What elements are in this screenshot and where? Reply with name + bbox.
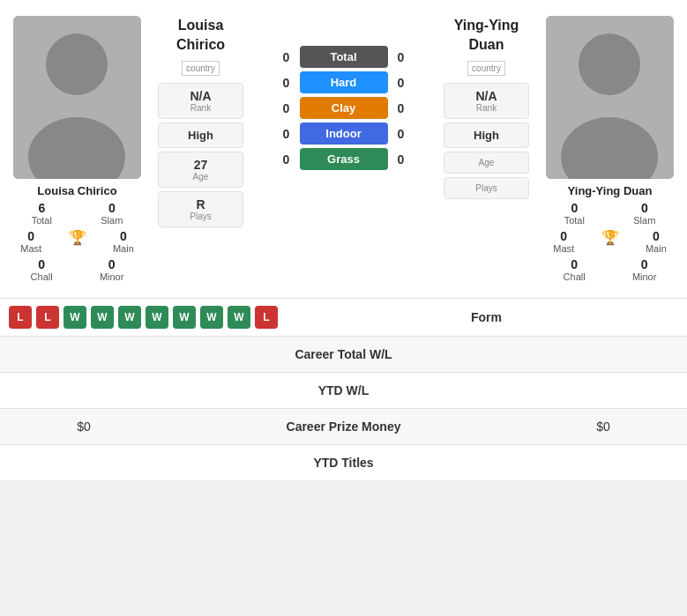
left-player-name-center: Louisa Chirico bbox=[158, 16, 243, 54]
right-player-name-center: Ying-Ying Duan bbox=[444, 16, 529, 54]
surface-row-total: 0Total0 bbox=[273, 46, 414, 68]
player-right-slam: 0 Slam bbox=[633, 201, 655, 226]
surface-score-right-hard: 0 bbox=[388, 76, 414, 90]
right-rank-box: N/A Rank bbox=[444, 83, 529, 119]
player-right-main: 0 Main bbox=[646, 229, 667, 254]
surface-row-indoor: 0Indoor0 bbox=[273, 122, 414, 145]
right-country: country bbox=[467, 61, 505, 76]
main-container: Louisa Chirico 6 Total 0 Slam 0 Mast 🏆 bbox=[0, 0, 687, 480]
player-right: Ying-Ying Duan 0 Total 0 Slam 0 Mast 🏆 bbox=[533, 9, 687, 289]
surface-btn-grass[interactable]: Grass bbox=[300, 148, 388, 170]
left-country: country bbox=[182, 61, 220, 76]
form-badge-5[interactable]: W bbox=[146, 306, 168, 329]
bottom-rows: Career Total W/LYTD W/L$0Career Prize Mo… bbox=[0, 336, 687, 480]
player-left-main: 0 Main bbox=[113, 229, 134, 254]
surface-btn-hard[interactable]: Hard bbox=[300, 71, 388, 93]
player-left-chall: 0 Chall bbox=[31, 257, 53, 282]
info-row-2: $0Career Prize Money$0 bbox=[0, 408, 687, 444]
form-badge-9[interactable]: L bbox=[255, 306, 278, 329]
info-row-label-1: YTD W/L bbox=[154, 383, 533, 397]
info-row-label-0: Career Total W/L bbox=[154, 347, 533, 361]
player-right-stats-row1: 0 Total 0 Slam bbox=[540, 201, 680, 226]
player-right-minor: 0 Minor bbox=[632, 257, 657, 282]
player-left: Louisa Chirico 6 Total 0 Slam 0 Mast 🏆 bbox=[0, 9, 154, 289]
surface-btn-clay[interactable]: Clay bbox=[300, 97, 388, 119]
form-badge-4[interactable]: W bbox=[118, 306, 141, 329]
player-right-stats-row2: 0 Mast 🏆 0 Main bbox=[540, 229, 680, 254]
player-right-chall: 0 Chall bbox=[564, 257, 586, 282]
surface-row-hard: 0Hard0 bbox=[273, 71, 414, 93]
surface-row-clay: 0Clay0 bbox=[273, 97, 414, 119]
form-badge-6[interactable]: W bbox=[173, 306, 196, 329]
form-badge-8[interactable]: W bbox=[228, 306, 250, 329]
surface-score-left-hard: 0 bbox=[273, 76, 300, 90]
svg-point-1 bbox=[46, 33, 108, 95]
surface-score-left-total: 0 bbox=[273, 50, 300, 64]
player-right-stats-row3: 0 Chall 0 Minor bbox=[540, 257, 680, 282]
player-left-minor: 0 Minor bbox=[100, 257, 124, 282]
left-plays-box: R Plays bbox=[158, 191, 243, 227]
surface-score-right-grass: 0 bbox=[388, 152, 414, 167]
surface-score-right-total: 0 bbox=[388, 50, 414, 64]
info-row-3: YTD Titles bbox=[0, 444, 687, 480]
center-column: 0Total00Hard00Clay00Indoor00Grass0 bbox=[247, 9, 440, 289]
player-left-trophy: 🏆 bbox=[69, 229, 86, 254]
surface-btn-indoor[interactable]: Indoor bbox=[300, 122, 388, 145]
form-badge-7[interactable]: W bbox=[200, 306, 223, 329]
info-row-value-right-2: $0 bbox=[533, 419, 674, 434]
left-rank-box: N/A Rank bbox=[158, 83, 243, 119]
surface-row-grass: 0Grass0 bbox=[273, 148, 414, 170]
form-section: LLWWWWWWWL Form bbox=[0, 298, 687, 336]
player-left-stats-row1: 6 Total 0 Slam bbox=[7, 201, 147, 226]
trophy-left-icon: 🏆 bbox=[69, 229, 86, 246]
player-left-mast: 0 Mast bbox=[20, 229, 41, 254]
info-row-value-left-2: $0 bbox=[13, 419, 154, 434]
form-badge-0[interactable]: L bbox=[9, 306, 32, 329]
form-label: Form bbox=[471, 310, 678, 324]
surface-btn-total[interactable]: Total bbox=[300, 46, 388, 68]
surface-score-right-indoor: 0 bbox=[388, 127, 414, 141]
left-high-box: High bbox=[158, 122, 243, 148]
player-left-stats-row2: 0 Mast 🏆 0 Main bbox=[7, 229, 147, 254]
right-age-box: Age bbox=[444, 152, 529, 174]
trophy-right-icon: 🏆 bbox=[601, 229, 619, 246]
info-row-label-3: YTD Titles bbox=[154, 456, 533, 470]
player-right-total: 0 Total bbox=[564, 201, 585, 226]
info-row-1: YTD W/L bbox=[0, 372, 687, 408]
right-high-box: High bbox=[444, 122, 529, 148]
info-row-0: Career Total W/L bbox=[0, 336, 687, 372]
comparison-section: Louisa Chirico 6 Total 0 Slam 0 Mast 🏆 bbox=[0, 0, 687, 298]
surface-score-right-clay: 0 bbox=[388, 101, 414, 115]
surface-score-left-grass: 0 bbox=[273, 152, 300, 167]
form-badges: LLWWWWWWWL bbox=[9, 306, 278, 329]
player-left-total: 6 Total bbox=[32, 201, 52, 226]
player-left-name: Louisa Chirico bbox=[37, 184, 116, 197]
player-right-trophy: 🏆 bbox=[601, 229, 619, 254]
surface-score-left-clay: 0 bbox=[273, 101, 300, 115]
surface-rows: 0Total00Hard00Clay00Indoor00Grass0 bbox=[273, 42, 414, 174]
player-right-name: Ying-Ying Duan bbox=[568, 184, 653, 197]
left-age-box: 27 Age bbox=[158, 152, 243, 188]
form-badge-2[interactable]: W bbox=[63, 306, 86, 329]
middle-right-stats: Ying-Ying Duan country N/A Rank High Age… bbox=[440, 9, 533, 289]
player-left-slam: 0 Slam bbox=[101, 201, 123, 226]
right-plays-box: Plays bbox=[444, 177, 529, 199]
info-row-label-2: Career Prize Money bbox=[154, 419, 533, 434]
player-right-avatar bbox=[546, 16, 674, 179]
middle-left-stats: Louisa Chirico country N/A Rank High 27 … bbox=[154, 9, 247, 289]
player-left-stats-row3: 0 Chall 0 Minor bbox=[7, 257, 147, 282]
player-left-avatar bbox=[13, 16, 141, 179]
player-right-mast: 0 Mast bbox=[553, 229, 574, 254]
form-badge-3[interactable]: W bbox=[91, 306, 114, 329]
form-badge-1[interactable]: L bbox=[36, 306, 59, 329]
svg-point-4 bbox=[579, 33, 640, 95]
surface-score-left-indoor: 0 bbox=[273, 127, 300, 141]
